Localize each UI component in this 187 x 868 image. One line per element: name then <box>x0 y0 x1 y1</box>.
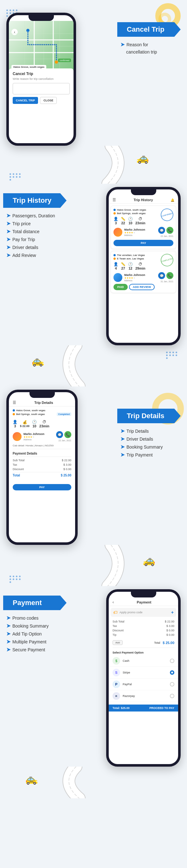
promo-row[interactable]: 🏷 Apply promo code + <box>111 608 176 617</box>
desc-booking-summary: ➤ Booking Summary <box>120 444 163 450</box>
desc-add-tip: ➤ Add Tip Option <box>6 631 49 637</box>
paypal-icon: P <box>113 680 120 688</box>
arrow-td-1: ➤ <box>120 428 125 434</box>
payment-details: Payment Details Sub Total $ 22.00 Tax $ … <box>9 449 75 481</box>
driver-avatar-2 <box>114 273 122 282</box>
payment-option-cash[interactable]: $ Cash <box>109 655 178 667</box>
cancel-reason-input[interactable] <box>13 83 70 94</box>
stripe-icon: S <box>113 669 120 676</box>
pay-button-1[interactable]: PAY <box>114 240 174 246</box>
promo-placeholder: Apply promo code <box>120 611 169 614</box>
call-button-2[interactable]: 📞 <box>166 272 174 279</box>
confirmed-badge: confirmed <box>58 59 71 62</box>
desc-pay: ➤ Pay for Trip <box>6 236 55 242</box>
trip-action-row-2: PAID ADD REVIEW <box>114 284 174 290</box>
cab-detail: Cab detail: Honda | Amazo | NG250I <box>9 444 75 449</box>
cash-radio[interactable] <box>170 659 174 663</box>
paypal-label: PayPal <box>123 683 132 686</box>
desc-reason: ➤ Reason for <box>120 41 157 48</box>
add-tip-button[interactable]: Add <box>113 640 123 645</box>
hamburger-icon-2[interactable]: ☰ <box>13 400 16 405</box>
chat-button-details[interactable]: 💬 <box>56 431 63 438</box>
payment-option-razorpay[interactable]: R Razorpay <box>109 690 178 702</box>
pay-sub-total: Sub Total $ 22.00 <box>113 620 174 623</box>
trip-history-banner: Trip History <box>3 193 67 208</box>
driver-row-2: Marks Johnson ★★★★★ Address 💬 📞 31 Jan, … <box>114 272 174 283</box>
pay-tax: Tax $ 3.00 <box>113 624 174 627</box>
arrow-icon-3: ➤ <box>6 228 10 235</box>
payment-title: Payment <box>114 600 174 604</box>
trip-details-stats: 👤 3 💰 $ 22.00 🕐 10 ⏱ <box>9 420 75 428</box>
pay-button-details[interactable]: PAY <box>13 484 71 490</box>
driver-avatar-details <box>13 432 22 441</box>
payment-banner: Payment <box>3 595 67 610</box>
desc-promo: ➤ Promo codes <box>6 615 49 621</box>
desc-review: ➤ Add Review <box>6 252 55 258</box>
route-info: Halos Grove, south vegas Bell Springs, s… <box>9 406 75 418</box>
close-button[interactable]: CLOSE <box>40 97 57 104</box>
desc-trip-payment: ➤ Trip Payment <box>120 452 163 458</box>
tip-total-row: Add Total $ 25.00 <box>109 639 178 646</box>
cancel-modal-title: Cancel Trip <box>13 71 70 76</box>
arrow-icon-1: ➤ <box>6 213 10 219</box>
razorpay-label: Razorpay <box>123 694 135 698</box>
paypal-radio[interactable] <box>170 682 174 686</box>
desc-cancellation: cancellation trip <box>120 50 157 55</box>
chat-button-1[interactable]: 💬 <box>158 227 165 234</box>
desc-trip-details: ➤ Trip Details <box>120 428 163 434</box>
driver-avatar-1 <box>114 228 122 237</box>
taxi-icon-4: 🚕 <box>25 773 38 785</box>
paid-button[interactable]: PAID <box>114 284 128 290</box>
arrow-p-2: ➤ <box>6 623 10 629</box>
payment-option-stripe[interactable]: S Stripe <box>109 667 178 679</box>
arrow-icon: ➤ <box>120 41 125 48</box>
arrow-icon-6: ➤ <box>6 252 10 258</box>
desc-driver-details: ➤ Driver Details <box>120 436 163 442</box>
razorpay-radio[interactable] <box>170 694 174 698</box>
hamburger-icon[interactable]: ☰ <box>113 198 116 202</box>
desc-distance: ➤ Total distance <box>6 228 55 235</box>
payment-option-paypal[interactable]: P PayPal <box>109 679 178 690</box>
total-value: $ 25.00 <box>163 641 174 645</box>
select-payment-label: Select Payment Option <box>109 649 178 655</box>
notification-icon[interactable]: 🔔 <box>170 198 174 202</box>
promo-add-icon[interactable]: + <box>171 610 174 615</box>
proceed-bar[interactable]: Total: $25.00 PROCEED TO PAY <box>109 705 178 712</box>
arrow-td-3: ➤ <box>120 444 125 450</box>
arrow-icon-5: ➤ <box>6 244 10 250</box>
cash-icon: $ <box>113 657 120 664</box>
desc-booking-sum: ➤ Booking Summary <box>6 623 49 629</box>
cancel-modal-subtitle: Write reason for trip cancellation <box>13 77 70 81</box>
desc-passengers: ➤ Passengers, Duration <box>6 213 55 219</box>
cancel-modal: Cancel Trip Write reason for trip cancel… <box>9 68 73 107</box>
svg-point-11 <box>55 61 58 64</box>
pay-tip: Tip $ 0.00 <box>113 633 174 637</box>
trip-card-2: COMPLETED The venetian, Las Vegas E Twai… <box>111 251 176 293</box>
taxi-icon-3: 🚕 <box>143 554 155 566</box>
arrow-td-2: ➤ <box>120 436 125 442</box>
taxi-icon-2: 🚕 <box>32 355 44 367</box>
driver-row-details: Marks Johnson ★★★★★ Address 💬 📞 22 Jan, … <box>9 430 75 443</box>
cancel-trip-button[interactable]: CANCEL TRIP <box>13 97 38 104</box>
payment-summary: Sub Total $ 22.00 Tax $ 3.00 Discount $ … <box>109 619 178 639</box>
desc-multiple-payment: ➤ Multiple Payment <box>6 639 49 645</box>
svg-point-10 <box>26 29 29 32</box>
trip-card-1: CONFIRMED Halos Grove, south vegas Bell … <box>111 206 176 249</box>
promo-icon: 🏷 <box>113 610 118 615</box>
proceed-button[interactable]: PROCEED TO PAY <box>149 707 174 710</box>
stripe-radio[interactable] <box>170 670 174 675</box>
desc-secure-payment: ➤ Secure Payment <box>6 647 49 653</box>
header-title: Trip History <box>116 198 170 202</box>
arrow-p-4: ➤ <box>6 639 10 645</box>
cash-label: Cash <box>123 659 129 662</box>
chat-button-2[interactable]: 💬 <box>158 272 165 279</box>
arrow-td-4: ➤ <box>120 452 125 458</box>
tax-row: Tax $ 3.00 <box>13 463 71 466</box>
call-button-details[interactable]: 📞 <box>64 431 71 438</box>
pay-discount: Discount $ 0.00 <box>113 629 174 632</box>
call-button-1[interactable]: 📞 <box>166 227 174 234</box>
add-review-button[interactable]: ADD REVIEW <box>129 284 155 290</box>
proceed-total: Total: $25.00 <box>113 707 130 710</box>
total-label: Total <box>125 641 160 644</box>
razorpay-icon: R <box>113 692 120 700</box>
